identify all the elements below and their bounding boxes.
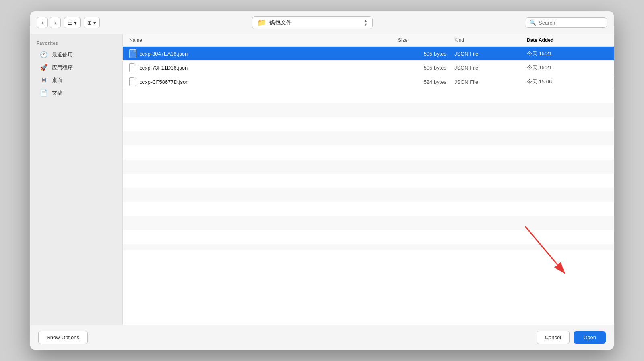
toolbar: ‹ › ☰ ▾ ⊞ ▾ 📁 钱包文件 ▲ ▼ 🔍 — [30, 11, 614, 34]
file-row[interactable]: ccxp-CF58677D.json 524 bytes JSON File 今… — [123, 75, 614, 89]
grid-view-icon: ⊞ — [87, 20, 92, 26]
content-area: Favorites 🕐 最近使用 🚀 应用程序 🖥 桌面 📄 文稿 — [30, 34, 614, 325]
main-file-area: Name Size Kind Date Added ccxp-3047EA38.… — [123, 34, 614, 325]
open-button[interactable]: Open — [574, 331, 606, 344]
folder-pill[interactable]: 📁 钱包文件 ▲ ▼ — [252, 16, 373, 29]
search-box[interactable]: 🔍 — [525, 17, 607, 28]
path-stepper[interactable]: ▲ ▼ — [364, 19, 367, 27]
col-size: Size — [398, 37, 454, 44]
back-button[interactable]: ‹ — [37, 17, 48, 28]
file-doc-icon — [129, 77, 136, 86]
list-view-chevron: ▾ — [74, 20, 77, 26]
stepper-up-icon: ▲ — [364, 19, 367, 23]
sidebar-item-apps[interactable]: 🚀 应用程序 — [33, 61, 119, 74]
grid-view-chevron: ▾ — [93, 20, 96, 26]
file-date: 今天 15:06 — [527, 78, 607, 85]
docs-label: 文稿 — [52, 89, 62, 97]
desktop-icon: 🖥 — [40, 77, 48, 84]
desktop-label: 桌面 — [52, 77, 62, 84]
empty-file-area — [123, 89, 614, 250]
folder-pill-left: 📁 钱包文件 — [257, 18, 292, 27]
file-name-cell: ccxp-3047EA38.json — [129, 49, 398, 58]
file-kind: JSON File — [454, 79, 527, 85]
grid-view-button[interactable]: ⊞ ▾ — [84, 17, 100, 28]
sidebar-item-recents[interactable]: 🕐 最近使用 — [33, 48, 119, 61]
col-date: Date Added — [527, 37, 607, 44]
docs-icon: 📄 — [40, 89, 48, 97]
forward-button[interactable]: › — [50, 17, 61, 28]
show-options-button[interactable]: Show Options — [38, 331, 88, 344]
file-kind: JSON File — [454, 51, 527, 57]
file-open-dialog: ‹ › ☰ ▾ ⊞ ▾ 📁 钱包文件 ▲ ▼ 🔍 — [30, 11, 614, 350]
file-kind: JSON File — [454, 65, 527, 71]
bottom-bar: Show Options Cancel Open — [30, 325, 614, 350]
file-name: ccxp-73F11D36.json — [140, 65, 188, 71]
recents-icon: 🕐 — [40, 51, 48, 58]
sidebar-item-desktop[interactable]: 🖥 桌面 — [33, 74, 119, 86]
recents-label: 最近使用 — [52, 51, 73, 58]
search-input[interactable] — [539, 20, 603, 26]
file-doc-icon — [129, 63, 136, 72]
folder-name-label: 钱包文件 — [269, 19, 292, 26]
sidebar-item-docs[interactable]: 📄 文稿 — [33, 87, 119, 99]
col-kind: Kind — [454, 37, 527, 44]
stepper-down-icon: ▼ — [364, 23, 367, 27]
file-name: ccxp-CF58677D.json — [140, 79, 188, 85]
apps-icon: 🚀 — [40, 64, 48, 71]
search-icon: 🔍 — [529, 19, 536, 26]
file-size: 505 bytes — [398, 51, 454, 57]
nav-buttons: ‹ › — [37, 17, 61, 28]
file-row[interactable]: ccxp-73F11D36.json 505 bytes JSON File 今… — [123, 61, 614, 75]
file-date: 今天 15:21 — [527, 50, 607, 57]
folder-path: 📁 钱包文件 ▲ ▼ — [103, 16, 522, 29]
file-list-header: Name Size Kind Date Added — [123, 34, 614, 47]
file-row[interactable]: ccxp-3047EA38.json 505 bytes JSON File 今… — [123, 47, 614, 61]
list-view-icon: ☰ — [68, 20, 72, 26]
file-date: 今天 15:21 — [527, 64, 607, 71]
sidebar: Favorites 🕐 最近使用 🚀 应用程序 🖥 桌面 📄 文稿 — [30, 34, 123, 325]
col-name: Name — [129, 37, 398, 44]
action-buttons: Cancel Open — [537, 331, 606, 344]
cancel-button[interactable]: Cancel — [537, 331, 570, 344]
file-size: 505 bytes — [398, 65, 454, 71]
folder-icon: 📁 — [257, 18, 266, 27]
file-name-cell: ccxp-73F11D36.json — [129, 63, 398, 72]
file-name: ccxp-3047EA38.json — [140, 51, 188, 57]
file-size: 524 bytes — [398, 79, 454, 85]
file-list: Name Size Kind Date Added ccxp-3047EA38.… — [123, 34, 614, 325]
favorites-label: Favorites — [30, 39, 122, 48]
list-view-button[interactable]: ☰ ▾ — [64, 17, 80, 28]
apps-label: 应用程序 — [52, 64, 73, 71]
file-name-cell: ccxp-CF58677D.json — [129, 77, 398, 86]
file-doc-icon — [129, 49, 136, 58]
